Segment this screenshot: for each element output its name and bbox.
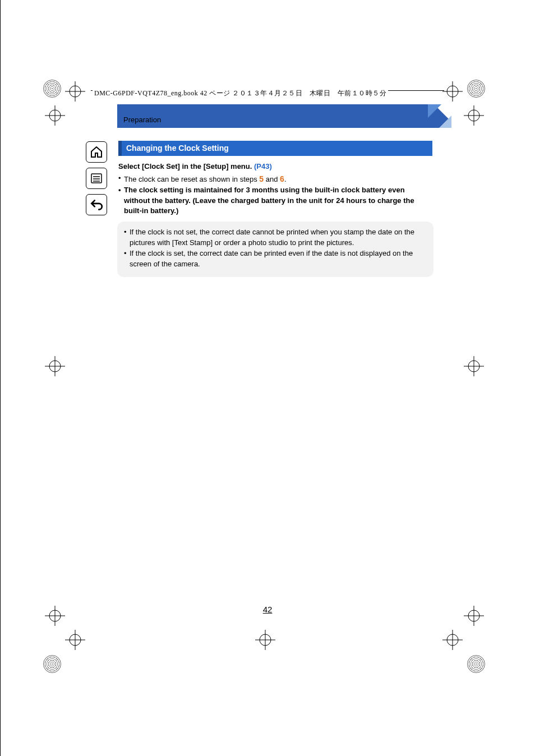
crosshair-icon bbox=[442, 630, 463, 650]
crosshair-icon bbox=[65, 630, 85, 650]
frame-line bbox=[0, 0, 1, 756]
body-line: The clock setting is maintained for 3 mo… bbox=[124, 185, 432, 217]
home-icon bbox=[90, 145, 103, 159]
section-heading: Changing the Clock Setting bbox=[118, 141, 432, 156]
bullet: • bbox=[124, 248, 130, 270]
note-text: If the clock is set, the correct date ca… bbox=[130, 248, 427, 270]
crosshair-icon bbox=[65, 81, 85, 102]
crosshair-icon bbox=[464, 105, 484, 126]
crosshair-icon bbox=[45, 105, 65, 126]
crosshair-icon bbox=[464, 356, 484, 376]
chapter-banner bbox=[117, 104, 451, 128]
print-mark-icon bbox=[43, 655, 61, 673]
bullet: • bbox=[118, 173, 124, 185]
header-filename: DMC-G6PDF-VQT4Z78_eng.book 42 ページ ２０１３年４… bbox=[93, 89, 388, 98]
nav-back-button[interactable] bbox=[86, 194, 107, 215]
body-content: Select [Clock Set] in the [Setup] menu. … bbox=[118, 162, 432, 216]
crosshair-icon bbox=[45, 356, 65, 376]
note-box: • If the clock is not set, the correct d… bbox=[117, 222, 433, 277]
crosshair-icon bbox=[255, 630, 275, 650]
nav-home-button[interactable] bbox=[86, 141, 107, 163]
back-icon bbox=[89, 197, 104, 212]
print-mark-icon bbox=[467, 655, 485, 673]
page-number: 42 bbox=[0, 605, 535, 614]
page-reference-link[interactable]: (P43) bbox=[254, 162, 272, 170]
step-number: 6 bbox=[280, 174, 284, 183]
note-text: If the clock is not set, the correct dat… bbox=[130, 227, 427, 248]
section-label: Preparation bbox=[123, 116, 161, 124]
list-icon bbox=[90, 172, 103, 185]
print-mark-icon bbox=[467, 80, 485, 98]
print-mark-icon bbox=[43, 80, 61, 98]
step-number: 5 bbox=[259, 174, 264, 183]
body-line: The clock can be reset as shown in steps… bbox=[124, 173, 287, 185]
crosshair-icon bbox=[442, 81, 463, 102]
bullet: • bbox=[118, 185, 124, 217]
bullet: • bbox=[124, 227, 130, 248]
nav-list-button[interactable] bbox=[86, 168, 107, 189]
instruction-text: Select [Clock Set] in the [Setup] menu. bbox=[118, 162, 254, 170]
